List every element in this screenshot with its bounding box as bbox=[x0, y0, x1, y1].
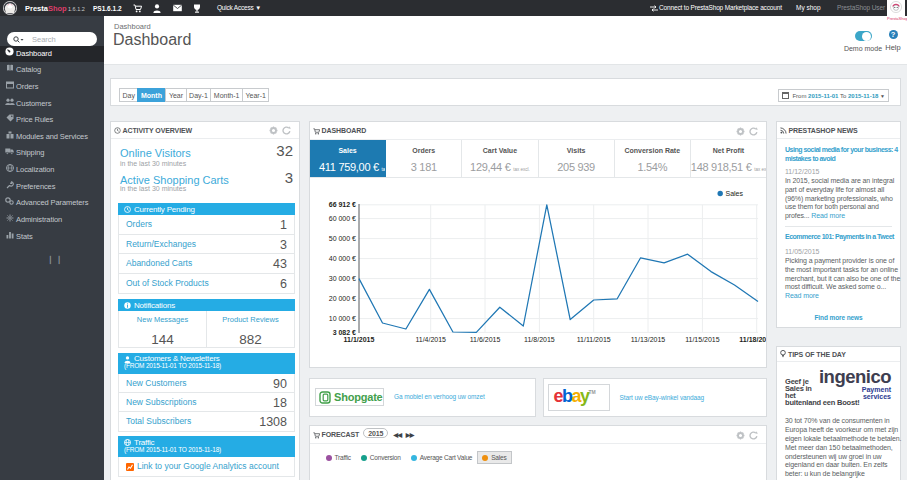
svg-text:60 000 €: 60 000 € bbox=[329, 215, 356, 222]
svg-text:11/13/2015: 11/13/2015 bbox=[631, 336, 666, 343]
svg-text:11/8/2015: 11/8/2015 bbox=[524, 336, 555, 343]
svg-text:66 912 €: 66 912 € bbox=[329, 201, 356, 208]
svg-text:30 000 €: 30 000 € bbox=[329, 275, 356, 282]
svg-text:11/4/2015: 11/4/2015 bbox=[415, 336, 446, 343]
svg-text:11/6/2015: 11/6/2015 bbox=[470, 336, 501, 343]
svg-text:10 000 €: 10 000 € bbox=[329, 315, 356, 322]
svg-text:40 000 €: 40 000 € bbox=[329, 255, 356, 262]
svg-text:11/11/2015: 11/11/2015 bbox=[577, 336, 611, 343]
svg-text:11/18/2015: 11/18/2015 bbox=[739, 336, 766, 343]
svg-text:11/15/2015: 11/15/2015 bbox=[685, 336, 720, 343]
svg-text:20 000 €: 20 000 € bbox=[329, 295, 356, 302]
svg-text:3 082 €: 3 082 € bbox=[333, 329, 356, 336]
svg-text:50 000 €: 50 000 € bbox=[329, 235, 356, 242]
svg-text:11/1/2015: 11/1/2015 bbox=[344, 336, 375, 343]
svg-text:Sales: Sales bbox=[726, 190, 744, 197]
